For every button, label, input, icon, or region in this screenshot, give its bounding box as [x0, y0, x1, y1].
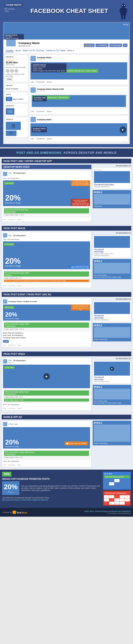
fb-about-box: ABOUT About Company: [4, 83, 28, 91]
svg-point-6: [122, 5, 123, 6]
sponsored-tag: Sponsored: [94, 169, 130, 171]
page-post-link-feed: Title : 25 characters ↑ Text: 90 charact…: [2, 170, 91, 222]
img-sponsored-thumb: [94, 236, 130, 248]
nf-avatar-event: [3, 299, 7, 304]
page-post-image-title: PAGE POST IMAGE: [2, 226, 131, 231]
invite-button[interactable]: Invite: [6, 78, 13, 81]
image-orange-note: If you don't upload the exact dimensions…: [4, 280, 89, 282]
mobile-app-ad-right: MOBILE Mobile 364x292px: [93, 421, 131, 467]
mobile-ad-mobile-thumb: [94, 424, 130, 442]
created-by-label: Created by: [2, 511, 11, 514]
people-title: PEOPLE: [6, 56, 27, 58]
join-button[interactable]: Join: [3, 340, 9, 343]
nav-about[interactable]: About: [15, 50, 21, 52]
video-play-small[interactable]: ▶: [110, 366, 114, 371]
mobile-aspect: Image aspect ratio: 1.91: [4, 456, 89, 458]
video-play-icon[interactable]: ▶: [43, 373, 50, 380]
page-post-event-section: PAGE POST EVENT / PAGE POST LIKE AD Comp…: [0, 290, 133, 349]
image-dims-badge: 470x470px: [4, 242, 14, 246]
nf-footer-link: Like Comment Share: [3, 218, 90, 220]
like-button[interactable]: 👍 Like ▾: [84, 44, 95, 47]
event-rec-label: Recommended image width: 1200x444px: [4, 322, 89, 328]
small-video-thumb: ▶: [6, 130, 16, 136]
page-post-link-title: PAGE POST LINK / OFFER / DESKTOP APP: [2, 159, 131, 164]
fb-acceptable-box: Up to 20% Facebook Ad Acceptable T T: [103, 472, 131, 490]
message-button[interactable]: ✉ Message: [109, 44, 122, 47]
link-sponsored-thumb: [94, 171, 130, 183]
link-rec-box: Recommended image size: 1200x628px Image…: [3, 207, 90, 217]
page-post-video-sponsored: ▶ Thumbnail 254x143px Title:(25 characte…: [93, 360, 131, 384]
shared-video-label: SHARED VIDEO504x283px: [31, 127, 47, 132]
follows-count: 349 (100%): [6, 64, 27, 66]
nf-avatar-mobile: [3, 422, 7, 426]
image-aspect: Image aspect ratio: 4:3: [4, 277, 89, 279]
nav-twitter[interactable]: Follow Us On Twitter: [46, 50, 66, 52]
footer-learn-more[interactable]: Learn More: www.techwyse.com/facebook-ch…: [84, 510, 131, 512]
page-post-link-left: DESKTOP NEWS FEED Title : 25 characters …: [2, 165, 91, 222]
nf-footer-image: Like Comment Share: [3, 284, 90, 287]
event-thumb-title: Title:(25 characters): [94, 319, 130, 321]
right-col-label-4: SPONSORED BY: [93, 358, 131, 360]
image-blue-note: Up to 470x470px This will scale to fit t…: [70, 265, 90, 269]
page-post-event-mobile: MOBILE Mobile 484x133px: [93, 323, 131, 342]
page-post-event-left: Company Name created an event 470x174px …: [2, 298, 91, 348]
nf-text-image: Text: 60 characters: [3, 238, 90, 240]
nav-more[interactable]: More ▾: [68, 50, 74, 52]
following-button[interactable]: ✓ Following: [96, 44, 109, 47]
videos-title: VIDEOS: [6, 118, 27, 121]
svg-rect-8: [13, 511, 16, 514]
link-red-warning: If you don't upload the exact dimensions…: [71, 199, 90, 206]
rule-box: 20% RULE: [2, 481, 19, 495]
video-max-size: Max video size: 1 GB: [4, 398, 89, 402]
img-mobile-thumb: [94, 263, 130, 274]
right-col-label: SPONSORED BY: [93, 165, 131, 167]
images-title: IMAGES FOR FACEBOOK PROMOTED POSTS:: [2, 478, 101, 480]
event-mobile-thumb: [94, 327, 130, 338]
more-button[interactable]: •••: [123, 44, 128, 47]
video-mobile-thumb: [94, 389, 130, 400]
mobile-app-ad-left: 470px wide 20% text limit on image ⬤ Onl…: [2, 421, 91, 467]
footer-logo: Tech Wyse: [13, 510, 28, 515]
shared-image-preview: SHARED IMAGE504px max width height varie…: [30, 62, 127, 80]
nav-timeline[interactable]: Timeline: [5, 50, 13, 52]
img-thumb-label: Thumbnail 254x133px: [94, 248, 130, 253]
page-post-image-left: Title : 25 characters Text: 60 character…: [2, 232, 91, 288]
tips-right: Up to 20% Facebook Ad Acceptable T T: [103, 472, 131, 506]
video-play-btn[interactable]: ▶: [120, 126, 126, 133]
page-post-link-right: SPONSORED BY Sponsored Thumbnail 254x133…: [93, 165, 131, 222]
mobile-app-ad-feed: 470px wide 20% text limit on image ⬤ Onl…: [2, 421, 91, 467]
event-aspect: Image aspect ratio: 2.71:1: [4, 328, 89, 330]
footer: Created by Tech Wyse Learn More: www.tec…: [0, 508, 133, 517]
link-mobile-thumb: [94, 194, 130, 205]
only-runs-mobile-badge: ⬤ Only runs on mobile: [65, 442, 88, 445]
fb-avatar-1: [30, 56, 36, 61]
page-post-link-section: PAGE POST LINK / OFFER / DESKTOP APP DES…: [0, 157, 133, 224]
margin-dim: 14px: [4, 10, 23, 12]
desktop-news-feed-label: DESKTOP NEWS FEED: [2, 165, 91, 169]
apps-title: APPS: [6, 94, 27, 96]
page-post-link-image: 470x246px 20% text limit on image If ima…: [3, 180, 90, 206]
mobile-app-ad-img: 20% text limit on image ⬤ Only runs on m…: [3, 427, 90, 448]
image-text-limit: 20% text limit on image: [5, 257, 21, 267]
event-thumb-label: Thumbnail 254x133px: [94, 314, 130, 319]
mobile-rec-box: Recommended image upload size: 1200x628p…: [3, 450, 90, 459]
tips-desc: Are your promoted posts being disapprove…: [21, 485, 101, 491]
tips-tool-label: TECHWYSE FACEBOOK IMAGE VALIDATION TOOL:: [2, 497, 101, 499]
cover-photo-label: COVER PHOTO: [4, 3, 23, 7]
page-post-link-mobile: MOBILE 560x300px: [93, 190, 131, 208]
fb-unacceptable-box: Facebook Ad Unacceptable T T T T T T T T…: [103, 491, 131, 506]
page-post-video-left: Title : 25 characters Text: ● 470px wide…: [2, 358, 91, 410]
svg-rect-2: [120, 8, 122, 13]
page-post-event-feed: Company Name created an event 470x174px …: [2, 298, 91, 348]
link-rec-label: Recommended image size: 1200x628px: [4, 208, 89, 214]
cover-dims: 851x315px: [4, 8, 23, 10]
footer-credits: © TechWyse Internet Marketing: [84, 512, 131, 514]
page-post-image-layout: Title : 25 characters Text: 60 character…: [2, 232, 131, 288]
tips-tool-url[interactable]: http://www.techwyse.com/tools/fb-image-t…: [2, 499, 101, 501]
dimensions-divider: POST AND AD DIMENSIONS ACROSS DESKTOP AN…: [0, 148, 133, 157]
nf-footer-video: Like Comment Share: [3, 406, 90, 409]
nav-youtube[interactable]: Watch Us On YouTube: [23, 50, 44, 52]
event-dims-badge: 470x174px: [4, 306, 14, 308]
illustration-icon: [118, 3, 129, 20]
header-title: FACEBOOK CHEAT SHEET: [23, 3, 116, 16]
